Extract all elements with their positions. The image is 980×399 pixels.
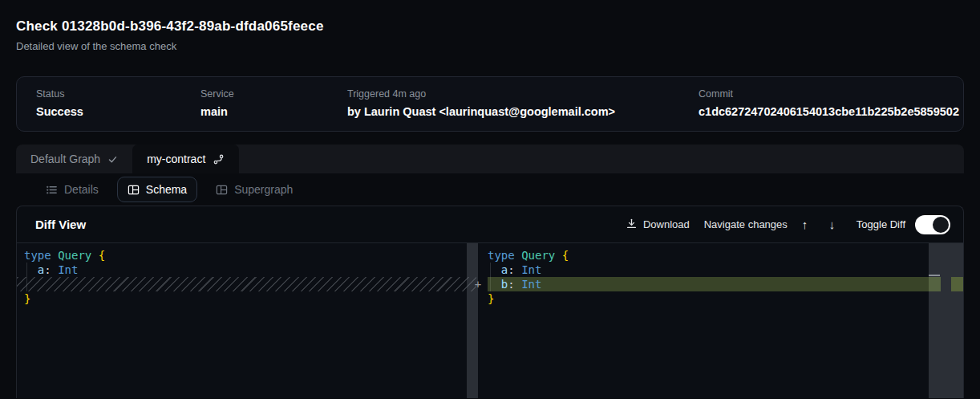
code-line: type Query { [24,248,476,263]
code-line: } [24,291,476,306]
layout-columns-icon [216,184,228,196]
download-label: Download [643,218,690,230]
status-label: Status [36,88,200,100]
ruler-added-marker [951,277,963,291]
service-field: Service main [200,88,347,119]
check-icon [107,154,118,165]
arrow-down-icon: ↓ [829,218,836,231]
schema-check-page: Check 01328b0d-b396-43f2-89ab-dfda065fee… [0,0,980,399]
page-subtitle: Detailed view of the schema check [16,40,964,53]
navigate-changes-button[interactable]: Navigate changes [704,218,788,230]
code-line: type Query { [488,248,929,263]
ruler-added-overlay [929,277,941,291]
page-title: Check 01328b0d-b396-43f2-89ab-dfda065fee… [16,18,964,35]
triggered-field: Triggered 4m ago by Laurin Quast <laurin… [347,88,699,119]
tab-details[interactable]: Details [35,177,109,202]
download-button[interactable]: Download [626,218,690,232]
triggered-label: Triggered 4m ago [347,88,699,100]
diff-added-plus-marker: + [472,277,484,291]
code-line: } [488,291,929,306]
service-value: main [200,104,347,119]
code-line: a: Int [488,263,929,277]
diff-controls: Download Navigate changes ↑ ↓ Toggle Dif… [626,215,950,234]
diff-editor: type Query { a: Int} + type Query { a: I… [17,243,963,398]
tab-default-graph[interactable]: Default Graph [16,145,132,173]
modified-code: type Query { a: Int b: Int} [481,248,929,306]
ruler-tick [929,275,940,276]
tab-default-graph-label: Default Graph [30,153,100,165]
commit-value: c1dc62724702406154013cbe11b225b2e5859502 [699,104,959,119]
page-header: Check 01328b0d-b396-43f2-89ab-dfda065fee… [0,0,980,53]
toggle-diff-switch[interactable] [915,215,950,234]
download-icon [626,218,638,232]
code-line: a: Int [24,263,476,277]
layout-columns-icon [128,184,140,196]
service-label: Service [200,88,347,100]
triggered-value: by Laurin Quast <laurinquast@googlemail.… [347,104,699,119]
graph-tab-bar: Default Graph my-contract [16,145,964,173]
commit-label: Commit [699,88,959,100]
tab-my-contract-label: my-contract [147,153,205,165]
tab-supergraph-label: Supergraph [234,183,293,196]
original-code: type Query { a: Int} [17,248,476,306]
toggle-diff-label: Toggle Diff [856,218,905,230]
navigate-changes-label: Navigate changes [704,218,788,230]
next-change-button[interactable]: ↓ [829,218,842,231]
diff-pane-original: type Query { a: Int} [17,243,481,398]
check-summary-card: Status Success Service main Triggered 4m… [16,76,964,132]
code-line: b: Int [488,277,929,291]
status-field: Status Success [36,88,200,119]
overview-ruler-scrollbar[interactable] [929,243,963,398]
left-scrollbar[interactable] [467,243,478,398]
commit-field: Commit c1dc62724702406154013cbe11b225b2e… [699,88,959,119]
tab-schema[interactable]: Schema [117,177,197,202]
tab-supergraph[interactable]: Supergraph [205,177,303,202]
diff-pane-modified: type Query { a: Int b: Int} [481,243,963,398]
previous-change-button[interactable]: ↑ [802,218,815,231]
diff-view-header: Diff View Download Navigate changes ↑ ↓ [17,206,963,243]
arrow-up-icon: ↑ [802,218,808,231]
switch-knob [933,217,949,233]
status-value: Success [36,104,200,119]
contract-split-icon [213,153,225,165]
list-icon [46,184,58,196]
diff-filler-line [17,277,476,291]
tab-schema-label: Schema [146,183,187,196]
diff-view-card: Diff View Download Navigate changes ↑ ↓ [16,206,964,398]
tab-my-contract[interactable]: my-contract [132,145,239,173]
diff-view-title: Diff View [35,218,86,231]
view-tab-bar: Details Schema Supergraph [16,173,964,206]
tab-details-label: Details [64,183,99,196]
